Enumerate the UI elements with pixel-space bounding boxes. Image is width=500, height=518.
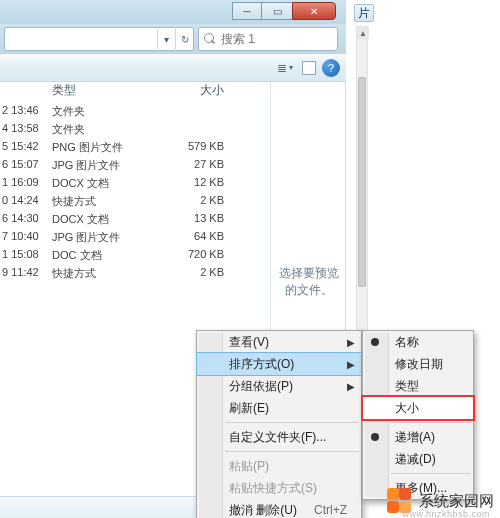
menu-group[interactable]: 分组依据(P)▶ bbox=[197, 375, 361, 397]
col-date-header[interactable] bbox=[0, 82, 52, 100]
submenu-arrow-icon: ▶ bbox=[347, 359, 355, 370]
sort-by-size[interactable]: 大小 bbox=[363, 397, 473, 419]
refresh-icon[interactable]: ↻ bbox=[175, 27, 193, 51]
table-row[interactable]: 6 14:30DOCX 文档13 KB bbox=[0, 212, 270, 230]
sort-by-date[interactable]: 修改日期 bbox=[363, 353, 473, 375]
table-row[interactable]: 9 11:42快捷方式2 KB bbox=[0, 266, 270, 284]
col-size-header[interactable]: 大小 bbox=[154, 82, 238, 100]
search-input[interactable]: 搜索 1 bbox=[198, 27, 338, 51]
address-dropdown[interactable]: ▾ bbox=[157, 27, 175, 51]
table-row[interactable]: 7 10:40JPG 图片文件64 KB bbox=[0, 230, 270, 248]
cell-date: 6 15:07 bbox=[0, 158, 52, 176]
search-icon bbox=[203, 32, 217, 46]
watermark-url: www.hnzkhbsb.com bbox=[402, 509, 490, 518]
cell-size: 2 KB bbox=[154, 266, 238, 284]
submenu-arrow-icon: ▶ bbox=[347, 381, 355, 392]
close-button[interactable]: ✕ bbox=[292, 2, 336, 20]
watermark-title: 系统家园网 bbox=[419, 492, 494, 511]
minimize-button[interactable]: ─ bbox=[232, 2, 262, 20]
cell-date: 6 14:30 bbox=[0, 212, 52, 230]
table-row[interactable]: 5 15:42PNG 图片文件579 KB bbox=[0, 140, 270, 158]
menu-undo-delete[interactable]: 撤消 删除(U)Ctrl+Z bbox=[197, 499, 361, 518]
view-mode-button[interactable]: ≣▾ bbox=[274, 58, 296, 78]
menu-customize-folder[interactable]: 自定义文件夹(F)... bbox=[197, 426, 361, 448]
help-button[interactable]: ? bbox=[322, 59, 340, 77]
search-placeholder: 搜索 1 bbox=[221, 31, 255, 48]
shortcut-label: Ctrl+Z bbox=[314, 503, 347, 517]
sort-by-name[interactable]: 名称 bbox=[363, 331, 473, 353]
maximize-button[interactable]: ▭ bbox=[262, 2, 292, 20]
address-bar-row: ▾ ↻ 搜索 1 bbox=[0, 24, 346, 54]
table-row[interactable]: 1 15:08DOC 文档720 KB bbox=[0, 248, 270, 266]
toolbar: ≣▾ ? bbox=[0, 54, 346, 82]
table-row[interactable]: 0 14:24快捷方式2 KB bbox=[0, 194, 270, 212]
table-row[interactable]: 2 13:46文件夹 bbox=[0, 104, 270, 122]
cell-type: DOC 文档 bbox=[52, 248, 154, 266]
sort-descending[interactable]: 递减(D) bbox=[363, 448, 473, 470]
cell-date: 4 13:58 bbox=[0, 122, 52, 140]
cell-type: DOCX 文档 bbox=[52, 212, 154, 230]
cell-date: 1 15:08 bbox=[0, 248, 52, 266]
cell-type: 文件夹 bbox=[52, 104, 154, 122]
cell-date: 1 16:09 bbox=[0, 176, 52, 194]
titlebar: ─ ▭ ✕ bbox=[0, 0, 346, 24]
col-type-header[interactable]: 类型 bbox=[52, 82, 154, 100]
cell-type: JPG 图片文件 bbox=[52, 230, 154, 248]
radio-selected-icon bbox=[371, 338, 379, 346]
preview-toggle-checkbox[interactable] bbox=[302, 61, 316, 75]
file-list: 2 13:46文件夹4 13:58文件夹5 15:42PNG 图片文件579 K… bbox=[0, 104, 270, 284]
cell-type: 文件夹 bbox=[52, 122, 154, 140]
cell-size: 2 KB bbox=[154, 194, 238, 212]
preview-hint: 选择要预览的文件。 bbox=[275, 265, 342, 299]
cell-size bbox=[154, 122, 238, 140]
cell-type: DOCX 文档 bbox=[52, 176, 154, 194]
submenu-arrow-icon: ▶ bbox=[347, 337, 355, 348]
scroll-thumb[interactable] bbox=[358, 77, 366, 287]
cell-date: 9 11:42 bbox=[0, 266, 52, 284]
cell-date: 2 13:46 bbox=[0, 104, 52, 122]
context-menu: 查看(V)▶ 排序方式(O)▶ 分组依据(P)▶ 刷新(E) 自定义文件夹(F)… bbox=[196, 330, 362, 518]
sort-ascending[interactable]: 递增(A) bbox=[363, 426, 473, 448]
menu-sort[interactable]: 排序方式(O)▶ bbox=[197, 353, 361, 375]
cell-size: 12 KB bbox=[154, 176, 238, 194]
cell-size: 579 KB bbox=[154, 140, 238, 158]
cell-type: 快捷方式 bbox=[52, 194, 154, 212]
cell-size: 27 KB bbox=[154, 158, 238, 176]
window-controls: ─ ▭ ✕ bbox=[232, 2, 336, 20]
sort-by-type[interactable]: 类型 bbox=[363, 375, 473, 397]
scroll-up-icon[interactable]: ▲ bbox=[357, 27, 369, 39]
cell-size: 720 KB bbox=[154, 248, 238, 266]
sort-submenu: 名称 修改日期 类型 大小 递增(A) 递减(D) 更多(M)... bbox=[362, 330, 474, 500]
cell-type: 快捷方式 bbox=[52, 266, 154, 284]
cell-date: 0 14:24 bbox=[0, 194, 52, 212]
cell-date: 5 15:42 bbox=[0, 140, 52, 158]
cell-size: 64 KB bbox=[154, 230, 238, 248]
cell-type: PNG 图片文件 bbox=[52, 140, 154, 158]
menu-paste-shortcut: 粘贴快捷方式(S) bbox=[197, 477, 361, 499]
cell-type: JPG 图片文件 bbox=[52, 158, 154, 176]
cell-size bbox=[154, 104, 238, 122]
table-row[interactable]: 1 16:09DOCX 文档12 KB bbox=[0, 176, 270, 194]
tab-stub[interactable]: 片 bbox=[354, 4, 374, 22]
cell-date: 7 10:40 bbox=[0, 230, 52, 248]
menu-paste: 粘贴(P) bbox=[197, 455, 361, 477]
address-field[interactable]: ▾ ↻ bbox=[4, 27, 194, 51]
menu-view[interactable]: 查看(V)▶ bbox=[197, 331, 361, 353]
table-row[interactable]: 4 13:58文件夹 bbox=[0, 122, 270, 140]
table-row[interactable]: 6 15:07JPG 图片文件27 KB bbox=[0, 158, 270, 176]
radio-selected-icon bbox=[371, 433, 379, 441]
menu-refresh[interactable]: 刷新(E) bbox=[197, 397, 361, 419]
cell-size: 13 KB bbox=[154, 212, 238, 230]
